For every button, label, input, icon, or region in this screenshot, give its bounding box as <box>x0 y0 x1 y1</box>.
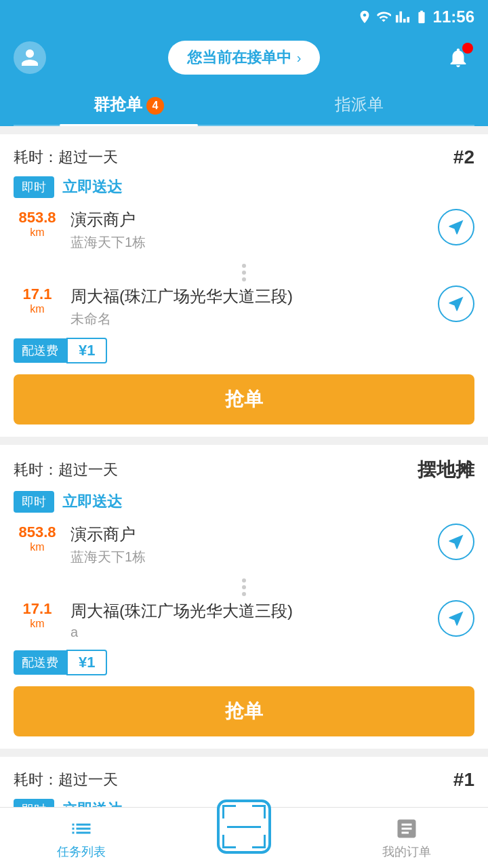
dest-row-1: 17.1 km 周大福(珠江广场光华大道三段) 未命名 <box>14 285 474 328</box>
origin-address-2: 蓝海天下1栋 <box>70 548 428 566</box>
dest-dist-num-2: 17.1 <box>14 600 61 618</box>
notification-bell[interactable] <box>442 41 474 74</box>
card-id-3: #1 <box>453 769 474 791</box>
fee-row-1: 配送费 ¥1 <box>14 338 474 363</box>
origin-dist-1: 853.8 km <box>14 209 61 239</box>
dest-dist-2: 17.1 km <box>14 600 61 630</box>
status-pill[interactable]: 您当前在接单中 › <box>168 41 321 75</box>
location-icon <box>357 9 372 24</box>
dest-info-1: 周大福(珠江广场光华大道三段) 未命名 <box>70 285 428 328</box>
origin-dist-num-2: 853.8 <box>14 524 61 541</box>
delivery-type-1: 立即送达 <box>62 177 122 197</box>
navigate-icon-origin-2 <box>447 532 466 551</box>
nav-item-task-list[interactable]: 任务列表 <box>0 808 163 868</box>
header: 您当前在接单中 › 群抢单4 指派单 <box>0 34 488 126</box>
card-time-label-2: 耗时：超过一天 <box>14 460 118 480</box>
origin-nav-btn-2[interactable] <box>438 524 474 560</box>
task-list-label: 任务列表 <box>57 844 106 860</box>
grab-btn-2[interactable]: 抢单 <box>14 686 474 736</box>
instant-tag-1: 即时 <box>14 176 54 198</box>
dest-dist-unit-2: km <box>14 618 61 630</box>
bottom-nav: 任务列表 我的订单 <box>0 807 488 868</box>
nav-item-orders[interactable]: 我的订单 <box>325 808 488 868</box>
notification-badge <box>462 43 473 54</box>
dest-dist-unit-1: km <box>14 303 61 315</box>
navigate-icon <box>447 218 466 237</box>
my-orders-label: 我的订单 <box>382 844 431 860</box>
origin-dist-num-1: 853.8 <box>14 209 61 226</box>
scanner-icon <box>217 800 271 854</box>
instant-tag-2: 即时 <box>14 491 54 513</box>
card-time-label-3: 耗时：超过一天 <box>14 770 118 790</box>
origin-info-1: 演示商户 蓝海天下1栋 <box>70 209 428 252</box>
dest-nav-btn-1[interactable] <box>438 285 474 322</box>
card-header-1: 耗时：超过一天 #2 <box>14 146 474 168</box>
signal-icon <box>395 9 410 24</box>
avatar[interactable] <box>14 41 46 74</box>
card-header-3: 耗时：超过一天 #1 <box>14 769 474 791</box>
dest-dist-num-1: 17.1 <box>14 285 61 303</box>
origin-name-2: 演示商户 <box>70 524 428 545</box>
card-header-2: 耗时：超过一天 摆地摊 <box>14 457 474 483</box>
chevron-right-icon: › <box>297 50 302 66</box>
fee-label-1: 配送费 <box>14 338 66 363</box>
grab-btn-1[interactable]: 抢单 <box>14 374 474 425</box>
card-tag-row-1: 即时 立即送达 <box>14 176 474 198</box>
origin-dist-unit-1: km <box>14 226 61 239</box>
dest-name-1: 周大福(珠江广场光华大道三段) <box>70 285 428 307</box>
navigate-icon-dest-1 <box>447 294 466 313</box>
status-icons: 11:56 <box>357 7 474 26</box>
dest-row-2: 17.1 km 周大福(珠江广场光华大道三段) a <box>14 600 474 640</box>
card-time-label-1: 耗时：超过一天 <box>14 147 118 167</box>
origin-row-1: 853.8 km 演示商户 蓝海天下1栋 <box>14 209 474 252</box>
tab-assigned[interactable]: 指派单 <box>244 84 474 125</box>
delivery-type-2: 立即送达 <box>62 492 122 512</box>
card-id-2: 摆地摊 <box>418 457 474 483</box>
origin-name-1: 演示商户 <box>70 209 428 231</box>
tab-badge: 4 <box>146 97 164 115</box>
origin-nav-btn-1[interactable] <box>438 209 474 245</box>
card-id-1: #2 <box>453 146 474 168</box>
scanner-line <box>227 826 261 828</box>
origin-dist-unit-2: km <box>14 541 61 553</box>
fee-row-2: 配送费 ¥1 <box>14 650 474 675</box>
origin-dist-2: 853.8 km <box>14 524 61 553</box>
order-card-2: 耗时：超过一天 摆地摊 即时 立即送达 853.8 km 演示商户 蓝海天下1栋 <box>0 445 488 749</box>
navigate-icon-dest-2 <box>447 609 466 628</box>
fee-amount-2: ¥1 <box>66 650 107 675</box>
origin-row-2: 853.8 km 演示商户 蓝海天下1栋 <box>14 524 474 566</box>
status-pill-text: 您当前在接单中 <box>187 47 291 68</box>
status-time: 11:56 <box>433 7 474 26</box>
wifi-icon <box>376 9 391 24</box>
tabs: 群抢单4 指派单 <box>14 84 474 126</box>
origin-address-1: 蓝海天下1栋 <box>70 233 428 252</box>
task-list-icon <box>69 816 94 841</box>
tab-group-grab[interactable]: 群抢单4 <box>14 84 244 125</box>
dest-name-2: 周大福(珠江广场光华大道三段) <box>70 600 428 622</box>
status-bar: 11:56 <box>0 0 488 34</box>
dest-nav-btn-2[interactable] <box>438 600 474 637</box>
user-icon <box>20 47 40 68</box>
main-content: 耗时：超过一天 #2 即时 立即送达 853.8 km 演示商户 蓝海天下1栋 <box>0 134 488 868</box>
dest-info-2: 周大福(珠江广场光华大道三段) a <box>70 600 428 640</box>
fee-label-2: 配送费 <box>14 650 66 675</box>
route-dots-2 <box>14 574 474 600</box>
order-card-1: 耗时：超过一天 #2 即时 立即送达 853.8 km 演示商户 蓝海天下1栋 <box>0 134 488 437</box>
card-tag-row-2: 即时 立即送达 <box>14 491 474 513</box>
my-orders-icon <box>394 816 419 841</box>
nav-item-scanner[interactable] <box>163 808 325 868</box>
route-dots-1 <box>14 260 474 285</box>
dest-address-2: a <box>70 625 428 640</box>
header-top: 您当前在接单中 › <box>14 41 474 75</box>
dest-address-1: 未命名 <box>70 310 428 328</box>
dest-dist-1: 17.1 km <box>14 285 61 315</box>
origin-info-2: 演示商户 蓝海天下1栋 <box>70 524 428 566</box>
fee-amount-1: ¥1 <box>66 338 107 363</box>
battery-icon <box>414 9 429 24</box>
